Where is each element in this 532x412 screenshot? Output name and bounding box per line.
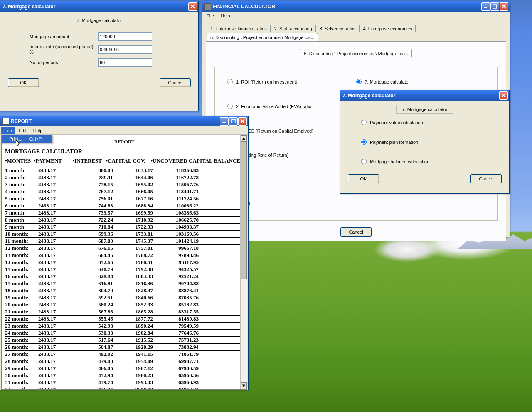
- table-row: 24 month:2433.17530.331902.8477646.76: [5, 329, 244, 336]
- radio-payment-value[interactable]: Payment value calculation: [361, 120, 488, 125]
- menu-print[interactable]: Print... Ctrl+P: [2, 135, 52, 143]
- rate-input[interactable]: [98, 45, 152, 54]
- scroll-track[interactable]: [241, 142, 247, 382]
- table-row: 28 month:2433.17479.081954.0969907.71: [5, 358, 244, 365]
- menu-file[interactable]: File: [1, 127, 15, 134]
- title-text: FINANCIAL CALCULATOR: [213, 4, 481, 10]
- table-row: 20 month:2433.17580.241852.9385182.83: [5, 301, 244, 308]
- menubar: File Edit Help Print... Ctrl+P: [0, 126, 248, 135]
- table-row: 19 month:2433.17592.511840.6687035.76: [5, 294, 244, 301]
- menu-file[interactable]: File: [203, 12, 217, 19]
- table-row: 30 month:2433.17452.941980.2365960.36: [5, 372, 244, 379]
- maximize-button[interactable]: [229, 117, 238, 126]
- minimize-button[interactable]: [220, 117, 229, 126]
- rate-label: Interest rate (accounted period) %: [30, 44, 98, 55]
- titlebar: 7. Mortgage calculator: [0, 1, 198, 12]
- report-body: REPORT MORTGAGE CALCULATOR •MONTHS •PAYM…: [1, 135, 247, 390]
- cancel-button[interactable]: Cancel: [340, 227, 372, 237]
- table-row: 12 month:2433.17676.161757.0199667.18: [5, 244, 244, 252]
- subtab-discounting[interactable]: 6. Discounting \ Project economics \ Mor…: [300, 49, 411, 57]
- table-row: 1 month:2433.17800.001633.17118366.83: [5, 167, 244, 174]
- radio-mortgage[interactable]: 7. Mortgage calculator: [356, 79, 485, 84]
- table-row: 10 month:2433.17699.361733.81103169.56: [5, 230, 244, 237]
- table-row: 7 month:2433.17733.571699.59108336.63: [5, 209, 244, 216]
- table-row: 2 month:2433.17789.111644.06116722.78: [5, 174, 244, 181]
- report-heading: MORTGAGE CALCULATOR: [5, 148, 244, 155]
- tab-staff-accounting[interactable]: 2. Staff accounting: [271, 25, 316, 32]
- table-row: 3 month:2433.17778.151655.02115067.76: [5, 181, 244, 188]
- vertical-scrollbar[interactable]: ▲ ▼: [240, 135, 247, 389]
- menu-help[interactable]: Help: [217, 12, 234, 19]
- cancel-button[interactable]: Cancel: [470, 174, 502, 183]
- radio-eva[interactable]: 2. Economic Value Added (EVA) ratio: [227, 104, 356, 109]
- table-row: 23 month:2433.17542.931890.2479549.59: [5, 322, 244, 329]
- table-row: 22 month:2433.17555.451877.7281439.83: [5, 315, 244, 322]
- close-button[interactable]: [500, 2, 508, 11]
- svg-rect-1: [232, 119, 235, 123]
- group-label: 7. Mortgage calculator: [396, 105, 454, 114]
- titlebar: FINANCIAL CALCULATOR: [202, 1, 510, 12]
- table-row: 32 month:2433.17426.452006.7261960.21: [5, 386, 244, 390]
- close-button[interactable]: [238, 117, 247, 126]
- menubar: File Help: [202, 12, 510, 20]
- minimize-button[interactable]: [481, 2, 490, 11]
- table-row: 21 month:2433.17567.881865.2883317.55: [5, 308, 244, 315]
- table-row: 14 month:2433.17652.661780.5196117.95: [5, 259, 244, 266]
- mortgage-input-window: 7. Mortgage calculator 7. Mortgage calcu…: [0, 1, 199, 111]
- close-button[interactable]: [499, 91, 508, 100]
- titlebar: REPORT: [0, 116, 248, 126]
- maximize-button[interactable]: [490, 2, 499, 11]
- title-text: 7. Mortgage calculator: [2, 4, 188, 10]
- close-button[interactable]: [188, 2, 197, 11]
- table-row: 25 month:2433.17517.641915.5275731.23: [5, 336, 244, 343]
- menu-help[interactable]: Help: [30, 127, 46, 134]
- tab-solvency-ratios[interactable]: 3. Solvency ratios: [316, 25, 360, 32]
- amount-label: Mortgage ammount: [30, 34, 98, 39]
- scroll-down-button[interactable]: ▼: [241, 382, 247, 389]
- table-row: 15 month:2433.17640.791792.3894325.57: [5, 266, 244, 273]
- periods-label: No. of periods: [30, 60, 98, 65]
- title-text: 7. Mortgage calculator: [342, 93, 499, 99]
- table-row: 27 month:2433.17492.021941.1571861.79: [5, 350, 244, 358]
- mouse-cursor-icon: [16, 140, 21, 147]
- tab-discounting[interactable]: 5. Discounting \ Project economics \ Mor…: [207, 33, 318, 41]
- table-row: 13 month:2433.17664.451768.7297898.46: [5, 252, 244, 259]
- file-dropdown: Print... Ctrl+P: [1, 135, 52, 143]
- table-row: 26 month:2433.17504.871928.2973802.94: [5, 343, 244, 350]
- report-columns: •MONTHS •PAYMENT •INTEREST •CAPITAL COV.…: [5, 158, 244, 164]
- radio-balance[interactable]: Mortgage balance calculation: [361, 159, 488, 164]
- tabstrip: 1. Enterprise financial ratios 2. Staff …: [206, 23, 506, 42]
- table-row: 8 month:2433.17722.241710.92106625.70: [5, 216, 244, 223]
- cancel-button[interactable]: Cancel: [160, 78, 191, 87]
- tab-enterprise-economics[interactable]: 4. Enterprise economics: [359, 25, 416, 32]
- table-row: 6 month:2433.17744.831688.34110036.22: [5, 202, 244, 209]
- report-rows: 1 month:2433.17800.001633.17118366.832 m…: [5, 167, 244, 390]
- app-icon: [2, 118, 9, 125]
- svg-rect-0: [493, 5, 497, 8]
- menu-edit[interactable]: Edit: [15, 127, 30, 134]
- table-row: 18 month:2433.17604.701828.4788876.41: [5, 287, 244, 294]
- amount-input[interactable]: [98, 32, 152, 41]
- scroll-up-button[interactable]: ▲: [241, 135, 247, 142]
- ok-button[interactable]: OK: [348, 174, 379, 183]
- mortgage-mode-window: 7. Mortgage calculator 7. Mortgage calcu…: [340, 90, 510, 194]
- table-row: 4 month:2433.17767.121666.05113401.71: [5, 188, 244, 195]
- table-row: 9 month:2433.17710.841722.33104903.37: [5, 223, 244, 230]
- group-label: 7. Mortgage calculator: [71, 16, 128, 25]
- table-row: 17 month:2433.17616.811816.3690704.88: [5, 280, 244, 287]
- titlebar: 7. Mortgage calculator: [340, 90, 509, 101]
- app-icon: [204, 3, 211, 10]
- table-row: 16 month:2433.17628.841804.3392521.24: [5, 273, 244, 280]
- table-row: 29 month:2433.17466.051967.1267940.59: [5, 365, 244, 372]
- periods-input[interactable]: [98, 58, 152, 67]
- title-text: REPORT: [11, 118, 220, 124]
- tab-enterprise-ratios[interactable]: 1. Enterprise financial ratios: [207, 25, 271, 32]
- table-row: 5 month:2433.17756.011677.16111724.56: [5, 195, 244, 202]
- table-row: 11 month:2433.17687.801745.37101424.19: [5, 237, 244, 244]
- ok-button[interactable]: OK: [8, 78, 39, 87]
- report-window: REPORT File Edit Help Print... Ctrl+P RE…: [0, 116, 249, 390]
- table-row: 31 month:2433.17439.741993.4363966.93: [5, 379, 244, 386]
- scroll-thumb[interactable]: [241, 142, 247, 279]
- radio-roi[interactable]: 1. ROI (Return on Investment): [227, 79, 356, 84]
- radio-payment-plan[interactable]: Payment plan formation: [361, 139, 488, 145]
